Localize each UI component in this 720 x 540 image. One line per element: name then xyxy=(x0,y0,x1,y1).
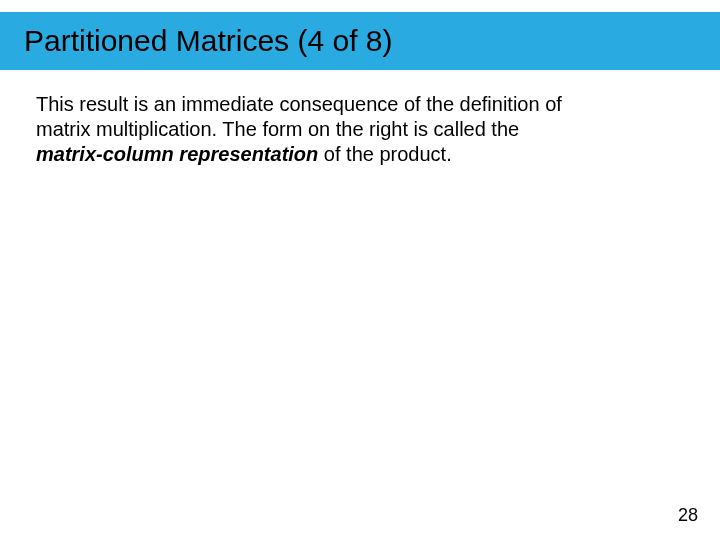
emphasis-term: matrix-column representation xyxy=(36,143,318,165)
body-line-2: matrix multiplication. The form on the r… xyxy=(36,118,519,140)
page-number: 28 xyxy=(678,505,698,526)
body-line-3-rest: of the product. xyxy=(318,143,451,165)
slide-title: Partitioned Matrices (4 of 8) xyxy=(24,24,392,58)
slide-header: Partitioned Matrices (4 of 8) xyxy=(0,12,720,70)
body-line-1: This result is an immediate consequence … xyxy=(36,93,562,115)
slide-body: This result is an immediate consequence … xyxy=(36,92,666,167)
